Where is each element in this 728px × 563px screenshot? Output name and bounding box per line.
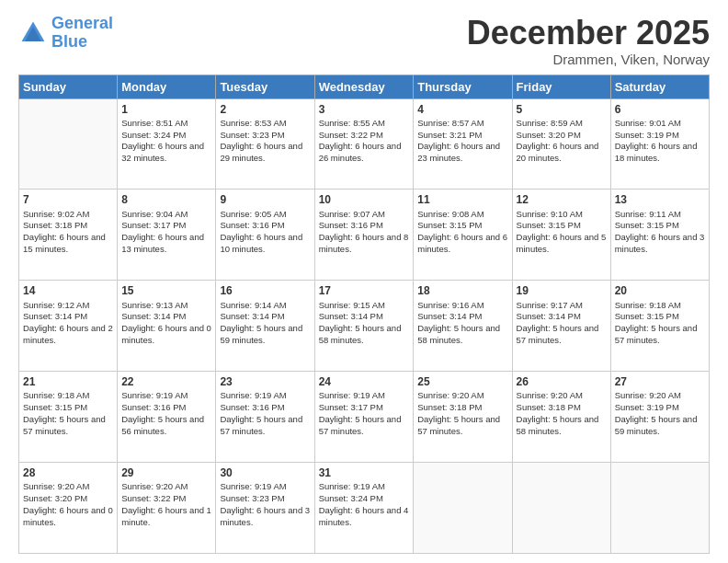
day-number: 16 <box>220 283 310 298</box>
day-cell: 6Sunrise: 9:01 AM Sunset: 3:19 PM Daylig… <box>610 98 709 190</box>
day-cell: 25Sunrise: 9:20 AM Sunset: 3:18 PM Dayli… <box>414 372 512 463</box>
month-title: December 2025 <box>467 15 710 52</box>
week-row-5: 28Sunrise: 9:20 AM Sunset: 3:20 PM Dayli… <box>19 463 710 554</box>
day-number: 8 <box>121 192 211 207</box>
day-info: Sunrise: 9:19 AM Sunset: 3:16 PM Dayligh… <box>220 390 310 437</box>
day-cell <box>414 463 512 554</box>
day-number: 12 <box>517 192 607 207</box>
day-cell: 23Sunrise: 9:19 AM Sunset: 3:16 PM Dayli… <box>216 372 314 463</box>
day-number: 15 <box>121 283 211 298</box>
weekday-saturday: Saturday <box>610 75 709 98</box>
logo-icon <box>18 18 48 48</box>
weekday-header-row: SundayMondayTuesdayWednesdayThursdayFrid… <box>19 75 710 98</box>
day-number: 19 <box>517 283 607 298</box>
day-info: Sunrise: 9:15 AM Sunset: 3:14 PM Dayligh… <box>319 300 410 347</box>
week-row-4: 21Sunrise: 9:18 AM Sunset: 3:15 PM Dayli… <box>19 372 710 463</box>
page: General Blue December 2025 Drammen, Vike… <box>0 0 728 563</box>
day-cell: 29Sunrise: 9:20 AM Sunset: 3:22 PM Dayli… <box>118 463 216 554</box>
day-cell <box>19 98 118 190</box>
day-info: Sunrise: 9:18 AM Sunset: 3:15 PM Dayligh… <box>615 300 705 347</box>
day-info: Sunrise: 9:12 AM Sunset: 3:14 PM Dayligh… <box>23 300 113 347</box>
day-info: Sunrise: 8:57 AM Sunset: 3:21 PM Dayligh… <box>417 118 507 165</box>
day-cell: 14Sunrise: 9:12 AM Sunset: 3:14 PM Dayli… <box>19 281 118 372</box>
day-cell: 22Sunrise: 9:19 AM Sunset: 3:16 PM Dayli… <box>118 372 216 463</box>
day-info: Sunrise: 8:53 AM Sunset: 3:23 PM Dayligh… <box>220 118 310 165</box>
day-cell: 5Sunrise: 8:59 AM Sunset: 3:20 PM Daylig… <box>512 98 610 190</box>
day-number: 2 <box>220 102 310 117</box>
day-cell: 17Sunrise: 9:15 AM Sunset: 3:14 PM Dayli… <box>314 281 414 372</box>
day-info: Sunrise: 9:14 AM Sunset: 3:14 PM Dayligh… <box>220 300 310 347</box>
day-cell: 2Sunrise: 8:53 AM Sunset: 3:23 PM Daylig… <box>216 98 314 190</box>
day-cell: 4Sunrise: 8:57 AM Sunset: 3:21 PM Daylig… <box>414 98 512 190</box>
day-info: Sunrise: 9:19 AM Sunset: 3:23 PM Dayligh… <box>220 481 310 528</box>
day-number: 5 <box>517 102 607 117</box>
day-cell <box>512 463 610 554</box>
day-number: 21 <box>23 374 113 389</box>
day-cell: 26Sunrise: 9:20 AM Sunset: 3:18 PM Dayli… <box>512 372 610 463</box>
week-row-2: 7Sunrise: 9:02 AM Sunset: 3:18 PM Daylig… <box>19 190 710 281</box>
day-number: 13 <box>615 192 705 207</box>
day-info: Sunrise: 9:08 AM Sunset: 3:15 PM Dayligh… <box>417 209 507 256</box>
day-cell: 13Sunrise: 9:11 AM Sunset: 3:15 PM Dayli… <box>610 190 709 281</box>
day-info: Sunrise: 9:19 AM Sunset: 3:24 PM Dayligh… <box>319 481 410 528</box>
week-row-1: 1Sunrise: 8:51 AM Sunset: 3:24 PM Daylig… <box>19 98 710 190</box>
day-number: 4 <box>417 102 507 117</box>
day-cell: 18Sunrise: 9:16 AM Sunset: 3:14 PM Dayli… <box>414 281 512 372</box>
day-cell: 1Sunrise: 8:51 AM Sunset: 3:24 PM Daylig… <box>118 98 216 190</box>
day-info: Sunrise: 9:19 AM Sunset: 3:16 PM Dayligh… <box>121 390 211 437</box>
week-row-3: 14Sunrise: 9:12 AM Sunset: 3:14 PM Dayli… <box>19 281 710 372</box>
day-cell: 31Sunrise: 9:19 AM Sunset: 3:24 PM Dayli… <box>314 463 414 554</box>
day-info: Sunrise: 9:13 AM Sunset: 3:14 PM Dayligh… <box>121 300 211 347</box>
day-number: 25 <box>417 374 507 389</box>
day-number: 7 <box>23 192 113 207</box>
day-info: Sunrise: 9:20 AM Sunset: 3:19 PM Dayligh… <box>615 390 705 437</box>
day-info: Sunrise: 9:11 AM Sunset: 3:15 PM Dayligh… <box>615 209 705 256</box>
day-number: 1 <box>121 102 211 117</box>
day-cell: 12Sunrise: 9:10 AM Sunset: 3:15 PM Dayli… <box>512 190 610 281</box>
day-info: Sunrise: 8:55 AM Sunset: 3:22 PM Dayligh… <box>319 118 410 165</box>
logo: General Blue <box>18 15 113 52</box>
weekday-friday: Friday <box>512 75 610 98</box>
day-number: 24 <box>319 374 410 389</box>
day-number: 23 <box>220 374 310 389</box>
day-cell: 3Sunrise: 8:55 AM Sunset: 3:22 PM Daylig… <box>314 98 414 190</box>
header: General Blue December 2025 Drammen, Vike… <box>18 15 710 67</box>
day-info: Sunrise: 9:20 AM Sunset: 3:22 PM Dayligh… <box>121 481 211 528</box>
day-info: Sunrise: 8:51 AM Sunset: 3:24 PM Dayligh… <box>121 118 211 165</box>
day-info: Sunrise: 9:04 AM Sunset: 3:17 PM Dayligh… <box>121 209 211 256</box>
day-number: 20 <box>615 283 705 298</box>
day-cell: 15Sunrise: 9:13 AM Sunset: 3:14 PM Dayli… <box>118 281 216 372</box>
day-info: Sunrise: 9:07 AM Sunset: 3:16 PM Dayligh… <box>319 209 410 256</box>
day-info: Sunrise: 9:18 AM Sunset: 3:15 PM Dayligh… <box>23 390 113 437</box>
day-number: 11 <box>417 192 507 207</box>
day-number: 10 <box>319 192 410 207</box>
day-cell: 8Sunrise: 9:04 AM Sunset: 3:17 PM Daylig… <box>118 190 216 281</box>
day-cell: 28Sunrise: 9:20 AM Sunset: 3:20 PM Dayli… <box>19 463 118 554</box>
day-info: Sunrise: 9:05 AM Sunset: 3:16 PM Dayligh… <box>220 209 310 256</box>
day-info: Sunrise: 8:59 AM Sunset: 3:20 PM Dayligh… <box>517 118 607 165</box>
weekday-thursday: Thursday <box>414 75 512 98</box>
day-info: Sunrise: 9:02 AM Sunset: 3:18 PM Dayligh… <box>23 209 113 256</box>
day-number: 26 <box>517 374 607 389</box>
day-number: 22 <box>121 374 211 389</box>
day-cell: 7Sunrise: 9:02 AM Sunset: 3:18 PM Daylig… <box>19 190 118 281</box>
day-cell: 20Sunrise: 9:18 AM Sunset: 3:15 PM Dayli… <box>610 281 709 372</box>
day-cell: 27Sunrise: 9:20 AM Sunset: 3:19 PM Dayli… <box>610 372 709 463</box>
weekday-sunday: Sunday <box>19 75 118 98</box>
day-number: 9 <box>220 192 310 207</box>
day-number: 28 <box>23 465 113 480</box>
location: Drammen, Viken, Norway <box>467 52 710 67</box>
day-number: 3 <box>319 102 410 117</box>
day-info: Sunrise: 9:20 AM Sunset: 3:20 PM Dayligh… <box>23 481 113 528</box>
day-number: 6 <box>615 102 705 117</box>
day-number: 29 <box>121 465 211 480</box>
day-number: 18 <box>417 283 507 298</box>
day-info: Sunrise: 9:16 AM Sunset: 3:14 PM Dayligh… <box>417 300 507 347</box>
weekday-wednesday: Wednesday <box>314 75 414 98</box>
day-info: Sunrise: 9:10 AM Sunset: 3:15 PM Dayligh… <box>517 209 607 256</box>
day-number: 30 <box>220 465 310 480</box>
day-cell: 21Sunrise: 9:18 AM Sunset: 3:15 PM Dayli… <box>19 372 118 463</box>
day-cell: 11Sunrise: 9:08 AM Sunset: 3:15 PM Dayli… <box>414 190 512 281</box>
day-cell: 24Sunrise: 9:19 AM Sunset: 3:17 PM Dayli… <box>314 372 414 463</box>
weekday-monday: Monday <box>118 75 216 98</box>
